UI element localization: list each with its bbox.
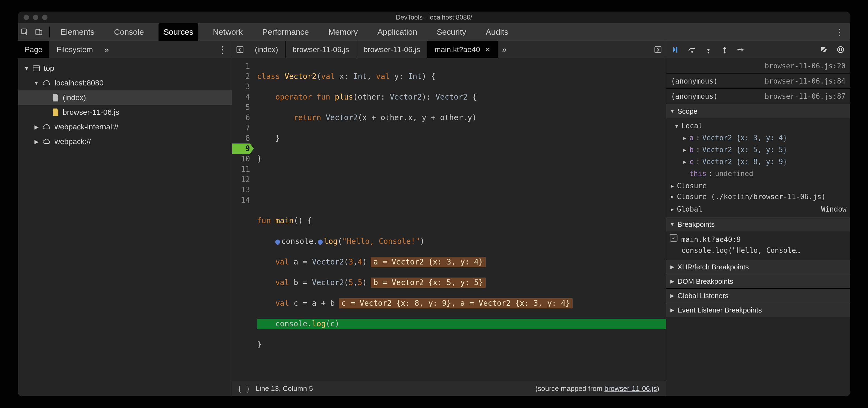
breakpoint-item[interactable]: ✓ main.kt?ae40:9 console.log("Hello, Con… [666,231,850,260]
navigator-tabs: Page Filesystem » ⋮ [18,41,232,58]
inline-value: c = Vector2 {x: 8, y: 9}, a = Vector2 {x… [339,298,573,308]
chevron-right-icon: ▶ [670,264,675,270]
step-icon[interactable] [736,45,746,55]
chevron-right-icon: ▶ [670,207,675,212]
tab-memory[interactable]: Memory [323,23,363,41]
tree-wp[interactable]: ▶ webpack:// [18,134,232,149]
section-title: Scope [678,107,698,116]
minimize-window-icon[interactable] [33,14,38,20]
tree-file-label: browser-11-06.js [63,108,119,117]
chevron-right-icon: ▶ [682,135,687,141]
tree-top[interactable]: ▼ top [18,61,232,76]
source-map-link[interactable]: browser-11-06.js [604,384,657,393]
tree-wp-internal[interactable]: ▶ webpack-internal:// [18,120,232,134]
stack-row[interactable]: (anonymous)browser-11-06.js:87 [666,89,850,104]
nav-more-icon[interactable]: ⋮ [213,41,232,58]
tree-top-label: top [44,64,54,73]
scope-header[interactable]: ▼Scope [666,104,850,118]
tab-elements[interactable]: Elements [56,23,99,41]
pretty-print-icon[interactable]: { } [232,385,256,393]
scope-local-label: Local [681,122,703,130]
nav-tabs-overflow-icon[interactable]: » [100,41,113,58]
breakpoints-header[interactable]: ▼Breakpoints [666,217,850,231]
zoom-window-icon[interactable] [42,14,48,20]
file-tab-2[interactable]: browser-11-06.js [356,41,428,58]
nav-tab-filesystem[interactable]: Filesystem [50,41,100,58]
breakpoint-checkbox[interactable]: ✓ [670,234,678,242]
scope-closure[interactable]: ▶Closure [666,180,850,192]
file-tab-0[interactable]: (index) [248,41,285,58]
gl-header[interactable]: ▶Global Listeners [666,289,850,303]
xhr-header[interactable]: ▶XHR/fetch Breakpoints [666,260,850,274]
inspect-element-icon[interactable] [20,27,30,37]
show-navigator-icon[interactable] [650,41,666,58]
svg-point-9 [724,52,725,54]
breakpoint-marker[interactable]: 9 [232,144,250,154]
scope-var[interactable]: ▶c: Vector2 {x: 8, y: 9} [666,156,850,168]
deactivate-breakpoints-icon[interactable] [819,45,829,55]
cloud-icon [42,124,51,130]
file-tab-label: (index) [255,45,278,54]
code-editor[interactable]: 12345678 9 1011121314 class Vector2(val … [232,58,666,381]
tab-audits[interactable]: Audits [481,23,513,41]
close-tab-icon[interactable]: ✕ [485,46,491,54]
tab-network[interactable]: Network [208,23,248,41]
tab-console[interactable]: Console [109,23,149,41]
file-tab-label: main.kt?ae40 [435,45,480,54]
gutter[interactable]: 12345678 9 1011121314 [232,58,253,381]
device-toggle-icon[interactable] [34,27,44,37]
scope-global[interactable]: ▶GlobalWindow [666,203,850,215]
frame-icon [33,65,40,71]
chevron-down-icon: ▼ [34,80,39,86]
tree-index[interactable]: (index) [18,90,232,105]
stack-current[interactable]: browser-11-06.js:20 [666,58,850,73]
chevron-down-icon: ▼ [674,123,679,129]
stack-location: browser-11-06.js:84 [765,77,845,85]
main-toolbar: Elements Console Sources Network Perform… [18,23,850,41]
file-tabs-overflow-icon[interactable]: » [498,41,511,58]
stack-row[interactable]: (anonymous)browser-11-06.js:84 [666,73,850,89]
tree-host-label: localhost:8080 [55,79,104,87]
step-into-icon[interactable] [704,45,713,55]
dom-header[interactable]: ▶DOM Breakpoints [666,274,850,288]
file-tab-1[interactable]: browser-11-06.js [285,41,356,58]
breakpoints-section: ▼Breakpoints ✓ main.kt?ae40:9 console.lo… [666,217,850,260]
debugger-panel: browser-11-06.js:20 (anonymous)browser-1… [666,41,850,396]
global-label: Global [677,205,703,213]
code-area[interactable]: class Vector2(val x: Int, val y: Int) { … [253,58,666,381]
tab-security[interactable]: Security [432,23,471,41]
tree-file[interactable]: browser-11-06.js [18,105,232,120]
window-traffic-lights[interactable] [24,14,48,20]
history-back-icon[interactable] [232,41,248,58]
tab-sources[interactable]: Sources [158,23,198,41]
tree-wp-label: webpack:// [55,137,91,146]
global-listeners-section: ▶Global Listeners [666,288,850,303]
section-title: Breakpoints [678,220,715,229]
editor-statusbar: { } Line 13, Column 5 (source mapped fro… [232,381,666,396]
svg-point-8 [708,52,709,54]
tab-application[interactable]: Application [372,23,422,41]
scope-section: ▼Scope ▼Local ▶a: Vector2 {x: 3, y: 4} ▶… [666,104,850,217]
scope-var[interactable]: ▶a: Vector2 {x: 3, y: 4} [666,132,850,144]
ev-header[interactable]: ▶Event Listener Breakpoints [666,303,850,317]
chevron-right-icon: ▶ [670,278,675,284]
breakpoint-code: console.log("Hello, Console… [681,245,846,256]
close-window-icon[interactable] [24,14,29,20]
scope-closure-path[interactable]: ▶Closure (./kotlin/browser-11-06.js) [666,192,850,203]
scope-this[interactable]: this: undefined [666,168,850,180]
file-tab-3[interactable]: main.kt?ae40 ✕ [428,41,498,58]
panel-tabs: Elements Console Sources Network Perform… [53,23,513,41]
section-title: XHR/fetch Breakpoints [678,263,749,271]
pause-on-exceptions-icon[interactable] [836,45,845,55]
tab-performance[interactable]: Performance [257,23,314,41]
tree-host[interactable]: ▼ localhost:8080 [18,76,232,90]
editor-panel: (index) browser-11-06.js browser-11-06.j… [232,41,666,396]
step-over-icon[interactable] [687,45,697,55]
step-out-icon[interactable] [720,45,730,55]
scope-var[interactable]: ▶b: Vector2 {x: 5, y: 5} [666,144,850,156]
scope-local[interactable]: ▼Local [666,120,850,132]
resume-icon[interactable] [671,45,681,55]
chevron-right-icon: ▶ [670,183,675,189]
nav-tab-page[interactable]: Page [18,41,50,58]
settings-kebab-icon[interactable]: ⋮ [835,27,845,37]
